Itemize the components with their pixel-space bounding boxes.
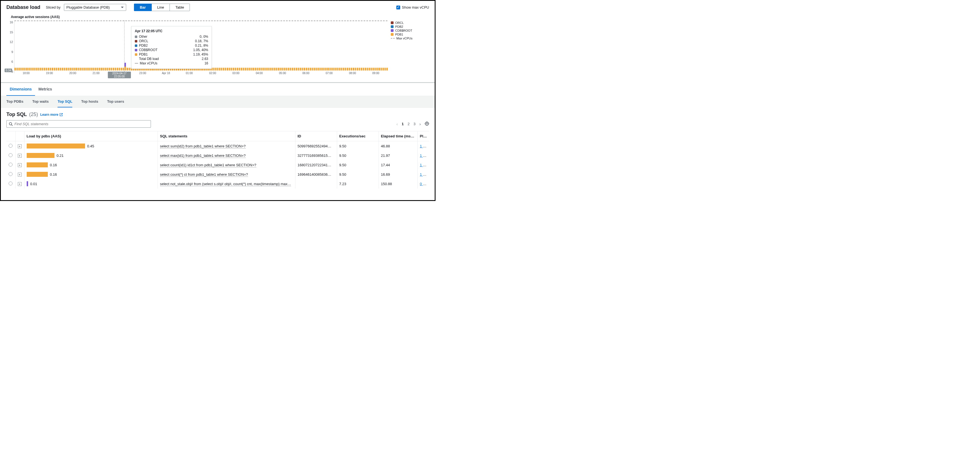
- chart-bar[interactable]: [72, 68, 73, 71]
- chart-bar[interactable]: [229, 68, 231, 71]
- chart-bar[interactable]: [38, 68, 40, 71]
- chart-bar[interactable]: [109, 68, 110, 71]
- chart-bar[interactable]: [270, 68, 272, 71]
- chart-bar[interactable]: [310, 68, 311, 71]
- learn-more-link[interactable]: Learn more: [40, 113, 63, 117]
- chart-bar[interactable]: [264, 68, 266, 71]
- chart-bar[interactable]: [319, 68, 321, 71]
- chart-bar[interactable]: [113, 68, 114, 71]
- chart-bar[interactable]: [333, 68, 335, 71]
- col-sql[interactable]: SQL statements: [158, 131, 295, 141]
- row-radio[interactable]: [9, 144, 13, 148]
- expand-icon[interactable]: +: [18, 163, 22, 167]
- chart-bar[interactable]: [315, 68, 317, 71]
- chart-bar[interactable]: [353, 68, 354, 71]
- chart-bar[interactable]: [343, 68, 344, 71]
- chart-bar[interactable]: [325, 68, 326, 71]
- chart-bar[interactable]: [384, 68, 386, 71]
- row-radio[interactable]: [9, 153, 13, 157]
- chart-bar[interactable]: [97, 68, 99, 71]
- expand-icon[interactable]: +: [18, 182, 22, 186]
- chart-bar[interactable]: [355, 68, 356, 71]
- chart-bar[interactable]: [321, 68, 323, 71]
- page-prev[interactable]: ‹: [396, 122, 398, 126]
- chart-bar[interactable]: [367, 68, 368, 71]
- chart-bar[interactable]: [369, 68, 370, 71]
- chart-bar[interactable]: [65, 68, 67, 71]
- legend-item[interactable]: CDB$ROOT: [391, 29, 429, 32]
- chart-bar[interactable]: [223, 68, 224, 71]
- subtab-top-sql[interactable]: Top SQL: [57, 96, 72, 108]
- plans-link[interactable]: 0 pla: [420, 182, 428, 186]
- chart-bar[interactable]: [48, 68, 49, 71]
- chart-bar[interactable]: [374, 68, 376, 71]
- legend-item[interactable]: Max vCPUs: [391, 36, 429, 40]
- chart-bar[interactable]: [357, 68, 358, 71]
- chart-bar[interactable]: [217, 68, 218, 71]
- chart-bar[interactable]: [22, 68, 24, 71]
- chart-bar[interactable]: [243, 68, 244, 71]
- chart-bar[interactable]: [101, 68, 102, 71]
- chart-bar[interactable]: [60, 68, 61, 71]
- chart-bar[interactable]: [40, 68, 41, 71]
- chart-bar[interactable]: [278, 68, 279, 71]
- chart-bar[interactable]: [44, 68, 45, 71]
- chart-bar[interactable]: [300, 68, 301, 71]
- chart-bar[interactable]: [245, 68, 246, 71]
- search-input[interactable]: [14, 122, 148, 126]
- chart-bar[interactable]: [237, 68, 238, 71]
- chart-bar[interactable]: [95, 68, 97, 71]
- chart-bar[interactable]: [341, 68, 342, 71]
- chart-bar[interactable]: [306, 68, 307, 71]
- chart-bar[interactable]: [233, 68, 234, 71]
- chart-bar[interactable]: [227, 68, 228, 71]
- view-line-button[interactable]: Line: [152, 3, 170, 11]
- chart-bar[interactable]: [85, 68, 87, 71]
- plans-link[interactable]: 1 pla: [420, 154, 428, 158]
- chart-bar[interactable]: [107, 68, 108, 71]
- chart-bar[interactable]: [247, 68, 248, 71]
- subtab-top-hosts[interactable]: Top hosts: [81, 96, 98, 108]
- chart-bar[interactable]: [371, 68, 372, 71]
- chart-bar[interactable]: [34, 68, 36, 71]
- view-table-button[interactable]: Table: [170, 3, 190, 11]
- chart-bar[interactable]: [129, 68, 130, 71]
- chart-bar[interactable]: [361, 68, 362, 71]
- page-2[interactable]: 2: [408, 122, 410, 126]
- col-id[interactable]: ID: [295, 131, 337, 141]
- chart-bar[interactable]: [372, 68, 374, 71]
- chart-bar[interactable]: [296, 68, 297, 71]
- chart-bar[interactable]: [380, 68, 382, 71]
- chart-bar[interactable]: [329, 68, 331, 71]
- chart-bar[interactable]: [75, 68, 77, 71]
- chart-bar[interactable]: [121, 68, 122, 71]
- chart-bar[interactable]: [294, 68, 295, 71]
- chart-bar[interactable]: [99, 68, 100, 71]
- chart-bar[interactable]: [317, 68, 319, 71]
- chart-bar[interactable]: [298, 68, 299, 71]
- search-box[interactable]: [6, 120, 151, 128]
- chart-bar[interactable]: [29, 68, 30, 71]
- chart-bar[interactable]: [14, 68, 16, 71]
- row-radio[interactable]: [9, 163, 13, 166]
- legend-item[interactable]: PDB1: [391, 33, 429, 36]
- chart-bar[interactable]: [50, 68, 51, 71]
- chart-bar[interactable]: [252, 68, 254, 71]
- chart-bar[interactable]: [284, 68, 285, 71]
- chart-bar[interactable]: [221, 68, 222, 71]
- chart-bar[interactable]: [304, 68, 305, 71]
- chart-bar[interactable]: [290, 68, 291, 71]
- chart-bar[interactable]: [376, 68, 378, 71]
- chart-bar[interactable]: [268, 68, 270, 71]
- tab-dimensions[interactable]: Dimensions: [6, 83, 35, 96]
- view-bar-button[interactable]: Bar: [134, 3, 152, 11]
- sql-statement[interactable]: select sum(id2) from pdb1_table1 where S…: [160, 144, 246, 149]
- sliced-by-dropdown[interactable]: Pluggable Database (PDB): [64, 4, 126, 11]
- chart-bar[interactable]: [56, 68, 57, 71]
- chart-bar[interactable]: [32, 68, 33, 71]
- chart-bar[interactable]: [103, 68, 105, 71]
- chart-bar[interactable]: [91, 68, 92, 71]
- chart-bar[interactable]: [276, 68, 277, 71]
- col-plans[interactable]: Plans: [417, 131, 429, 141]
- page-next[interactable]: ›: [419, 122, 421, 126]
